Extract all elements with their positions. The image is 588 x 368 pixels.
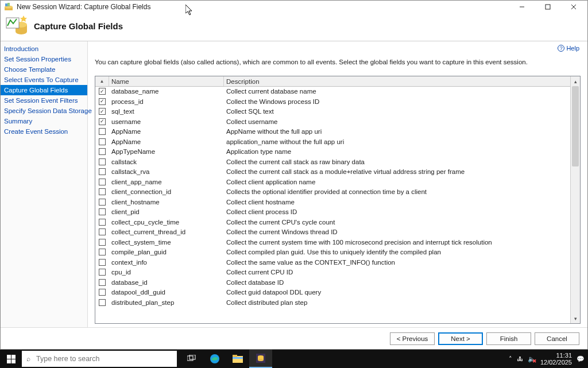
row-checkbox[interactable]: ✓ bbox=[99, 88, 106, 95]
notifications-icon[interactable]: 💬 bbox=[577, 355, 585, 363]
row-checkbox[interactable]: ✓ bbox=[99, 118, 106, 125]
start-button[interactable] bbox=[0, 350, 22, 368]
row-description: Collect client hostname bbox=[224, 199, 570, 206]
row-checkbox[interactable] bbox=[99, 299, 106, 306]
search-input[interactable] bbox=[35, 354, 172, 363]
previous-button[interactable]: < Previous bbox=[390, 332, 435, 345]
close-button[interactable] bbox=[560, 1, 586, 13]
file-explorer-icon[interactable] bbox=[226, 350, 249, 368]
row-description: Collect the current system time with 100… bbox=[224, 239, 570, 246]
row-checkbox[interactable]: ✓ bbox=[99, 108, 106, 115]
row-checkbox[interactable] bbox=[99, 249, 106, 255]
row-checkbox[interactable] bbox=[99, 138, 106, 145]
grid-row[interactable]: callstackCollect the current call stack … bbox=[95, 157, 570, 168]
windows-icon bbox=[7, 355, 16, 363]
nav-step-1[interactable]: Set Session Properties bbox=[1, 54, 87, 64]
row-name: process_id bbox=[109, 98, 224, 105]
network-icon[interactable]: 🖧 bbox=[517, 355, 523, 362]
grid-row[interactable]: client_hostnameCollect client hostname bbox=[95, 197, 570, 208]
row-checkbox[interactable] bbox=[99, 269, 106, 276]
row-checkbox[interactable] bbox=[99, 148, 106, 155]
row-name: AppName bbox=[109, 128, 224, 135]
row-name: sql_text bbox=[109, 108, 224, 115]
grid-row[interactable]: collect_current_thread_idCollect the cur… bbox=[95, 227, 570, 238]
grid-row[interactable]: distributed_plan_stepCollect distributed… bbox=[95, 298, 570, 308]
row-checkbox[interactable] bbox=[99, 289, 106, 296]
nav-step-6[interactable]: Specify Session Data Storage bbox=[1, 106, 87, 116]
row-description: Collect the same value as the CONTEXT_IN… bbox=[224, 259, 570, 266]
row-checkbox[interactable] bbox=[99, 239, 106, 246]
vertical-scrollbar[interactable]: ▴ ▾ bbox=[570, 76, 580, 323]
grid-row[interactable]: ✓sql_textCollect SQL text bbox=[95, 107, 570, 117]
grid-row[interactable]: ✓process_idCollect the Windows process I… bbox=[95, 97, 570, 107]
help-link[interactable]: ? Help bbox=[558, 45, 579, 52]
nav-step-5[interactable]: Set Session Event Filters bbox=[1, 95, 87, 106]
scroll-thumb[interactable] bbox=[572, 86, 579, 166]
row-description: Collect the current CPU's cycle count bbox=[224, 219, 570, 226]
row-name: client_connection_id bbox=[109, 188, 224, 195]
row-name: distributed_plan_step bbox=[109, 299, 224, 306]
svg-point-22 bbox=[258, 359, 264, 361]
ssms-icon[interactable] bbox=[249, 350, 272, 368]
grid-row[interactable]: database_idCollect database ID bbox=[95, 278, 570, 288]
edge-icon[interactable] bbox=[203, 350, 226, 368]
row-checkbox[interactable] bbox=[99, 168, 106, 175]
taskbar-search[interactable]: ⌕ bbox=[22, 351, 177, 367]
nav-step-3[interactable]: Select Events To Capture bbox=[1, 75, 87, 85]
task-view-button[interactable] bbox=[180, 350, 203, 368]
row-checkbox[interactable] bbox=[99, 199, 106, 206]
grid-row[interactable]: collect_cpu_cycle_timeCollect the curren… bbox=[95, 218, 570, 228]
grid-row[interactable]: ✓usernameCollect username bbox=[95, 117, 570, 127]
grid-row[interactable]: callstack_rvaCollect the current call st… bbox=[95, 167, 570, 177]
grid-row[interactable]: client_pidCollect client process ID bbox=[95, 207, 570, 218]
grid-header[interactable]: ▲ Name Description bbox=[95, 76, 570, 87]
row-checkbox[interactable] bbox=[99, 158, 106, 165]
row-checkbox[interactable]: ✓ bbox=[99, 98, 106, 105]
title-bar[interactable]: New Session Wizard: Capture Global Field… bbox=[1, 1, 587, 13]
grid-row[interactable]: datapool_ddl_guidCollect guid datapool D… bbox=[95, 288, 570, 298]
column-description[interactable]: Description bbox=[224, 76, 570, 86]
row-name: AppName bbox=[109, 138, 224, 145]
row-checkbox[interactable] bbox=[99, 208, 106, 215]
row-name: client_app_name bbox=[109, 179, 224, 185]
grid-row[interactable]: context_infoCollect the same value as th… bbox=[95, 258, 570, 268]
nav-step-0[interactable]: Introduction bbox=[1, 44, 87, 54]
minimize-button[interactable] bbox=[509, 1, 535, 13]
row-checkbox[interactable] bbox=[99, 128, 106, 135]
nav-step-8[interactable]: Create Event Session bbox=[1, 126, 87, 137]
row-checkbox[interactable] bbox=[99, 279, 106, 286]
finish-button[interactable]: Finish bbox=[486, 332, 531, 345]
sound-icon[interactable]: 🔈✖ bbox=[528, 355, 536, 363]
grid-row[interactable]: client_app_nameCollect client applicatio… bbox=[95, 177, 570, 188]
window-title: New Session Wizard: Capture Global Field… bbox=[17, 3, 509, 11]
taskbar[interactable]: ⌕ ˄ 🖧 🔈✖ 11:31 12/02/2025 💬 bbox=[0, 350, 588, 368]
row-description: Collect current database name bbox=[224, 88, 570, 95]
cancel-button[interactable]: Cancel bbox=[535, 332, 579, 345]
grid-row[interactable]: cpu_idCollect current CPU ID bbox=[95, 268, 570, 278]
grid-row[interactable]: AppNameapplication_name without the full… bbox=[95, 137, 570, 148]
row-checkbox[interactable] bbox=[99, 259, 106, 266]
row-checkbox[interactable] bbox=[99, 179, 106, 185]
nav-step-2[interactable]: Choose Template bbox=[1, 64, 87, 75]
system-tray[interactable]: ˄ 🖧 🔈✖ 11:31 12/02/2025 💬 bbox=[509, 352, 588, 366]
scroll-up-icon[interactable]: ▴ bbox=[571, 76, 580, 86]
nav-step-4[interactable]: Capture Global Fields bbox=[1, 85, 87, 95]
grid-row[interactable]: AppNameAppName without the full app uri bbox=[95, 127, 570, 137]
nav-step-7[interactable]: Summary bbox=[1, 116, 87, 126]
grid-row[interactable]: ✓database_nameCollect current database n… bbox=[95, 87, 570, 97]
sort-indicator[interactable]: ▲ bbox=[95, 76, 109, 86]
maximize-button[interactable] bbox=[535, 1, 560, 13]
tray-chevron-icon[interactable]: ˄ bbox=[509, 355, 512, 363]
row-checkbox[interactable] bbox=[99, 228, 106, 235]
grid-row[interactable]: AppTypeNameApplication type name bbox=[95, 147, 570, 157]
column-name[interactable]: Name bbox=[109, 76, 224, 86]
row-checkbox[interactable] bbox=[99, 188, 106, 195]
grid-row[interactable]: client_connection_idCollects the optiona… bbox=[95, 187, 570, 197]
grid-row[interactable]: collect_system_timeCollect the current s… bbox=[95, 238, 570, 248]
taskbar-clock[interactable]: 11:31 12/02/2025 bbox=[540, 352, 572, 366]
row-checkbox[interactable] bbox=[99, 219, 106, 226]
scroll-down-icon[interactable]: ▾ bbox=[571, 313, 580, 323]
row-description: AppName without the full app uri bbox=[224, 128, 570, 135]
grid-row[interactable]: compile_plan_guidCollect compiled plan g… bbox=[95, 247, 570, 258]
next-button[interactable]: Next > bbox=[438, 332, 483, 345]
